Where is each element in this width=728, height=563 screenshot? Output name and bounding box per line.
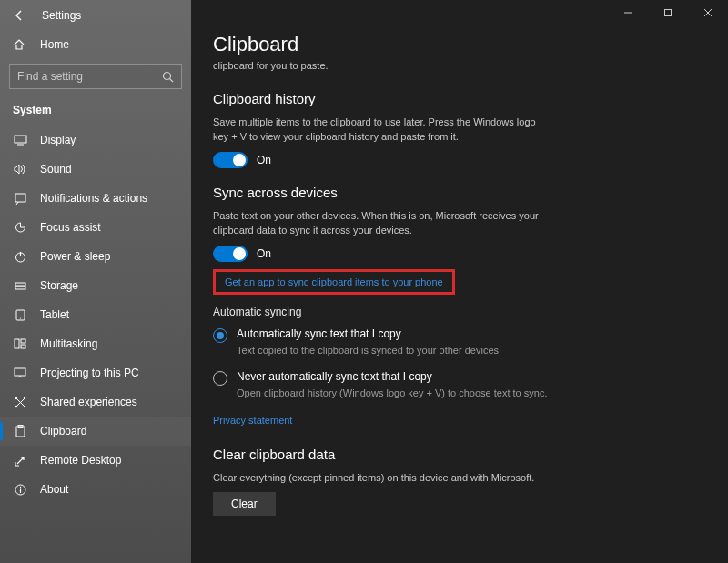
sidebar-item-display[interactable]: Display (0, 126, 191, 155)
privacy-statement-link[interactable]: Privacy statement (213, 415, 292, 426)
search-input[interactable] (17, 70, 162, 83)
home-nav[interactable]: Home (0, 31, 191, 58)
sidebar-item-remote-desktop[interactable]: Remote Desktop (0, 446, 191, 475)
sidebar-item-power[interactable]: Power & sleep (0, 242, 191, 271)
sync-heading: Sync across devices (213, 185, 703, 200)
nav-label: Power & sleep (40, 250, 110, 263)
clipboard-history-desc: Save multiple items to the clipboard to … (213, 116, 541, 145)
svg-rect-27 (665, 10, 672, 16)
main-panel: Clipboard clipboard for you to paste. Cl… (191, 0, 728, 563)
sound-icon (13, 164, 27, 175)
clipboard-history-toggle-row: On (213, 152, 703, 168)
settings-sidebar: Settings Home System Display Sound Notif… (0, 0, 191, 563)
radio-label: Never automatically sync text that I cop… (237, 370, 547, 383)
svg-point-0 (164, 72, 171, 79)
remote-desktop-icon (13, 455, 27, 467)
sync-radio-group: Automatically sync text that I copy Text… (213, 327, 559, 401)
svg-rect-7 (15, 283, 25, 286)
highlight-box: Get an app to sync clipboard items to yo… (213, 269, 455, 295)
sidebar-item-multitasking[interactable]: Multitasking (0, 329, 191, 358)
clipboard-icon (13, 425, 27, 437)
automatic-syncing-label: Automatic syncing (213, 306, 703, 318)
back-button[interactable] (13, 9, 25, 22)
app-title: Settings (42, 9, 81, 22)
focus-assist-icon (13, 222, 27, 234)
nav-label: Remote Desktop (40, 454, 121, 467)
sync-toggle[interactable] (213, 246, 248, 262)
sidebar-item-sound[interactable]: Sound (0, 155, 191, 184)
close-button[interactable] (688, 0, 728, 25)
svg-point-20 (23, 405, 25, 407)
sidebar-item-storage[interactable]: Storage (0, 271, 191, 300)
window-controls (608, 0, 728, 25)
sync-desc: Paste text on your other devices. When t… (213, 209, 541, 238)
clipboard-history-state: On (257, 154, 271, 166)
nav-label: Focus assist (40, 221, 101, 234)
projecting-icon (13, 367, 27, 378)
notifications-icon (13, 193, 27, 205)
clear-heading: Clear clipboard data (213, 447, 703, 462)
nav-label: Notifications & actions (40, 192, 147, 205)
page-subtitle: clipboard for you to paste. (213, 60, 703, 71)
svg-point-25 (19, 486, 20, 487)
sidebar-item-clipboard[interactable]: Clipboard (0, 417, 191, 446)
home-icon (13, 38, 27, 51)
maximize-button[interactable] (648, 0, 688, 25)
svg-point-18 (23, 397, 25, 398)
radio-indicator (213, 328, 228, 343)
svg-point-10 (19, 317, 20, 318)
nav-label: Clipboard (40, 425, 86, 437)
sidebar-item-focus-assist[interactable]: Focus assist (0, 213, 191, 242)
settings-search[interactable] (9, 64, 182, 89)
sidebar-item-projecting[interactable]: Projecting to this PC (0, 358, 191, 387)
sync-state: On (257, 247, 271, 260)
svg-rect-13 (21, 345, 25, 348)
tablet-icon (13, 309, 27, 321)
svg-rect-11 (15, 339, 19, 348)
get-app-link[interactable]: Get an app to sync clipboard items to yo… (225, 276, 443, 287)
svg-point-17 (15, 397, 16, 398)
svg-rect-2 (15, 136, 26, 143)
sidebar-item-notifications[interactable]: Notifications & actions (0, 184, 191, 213)
section-label: System (0, 98, 191, 126)
about-icon (13, 484, 27, 496)
svg-point-19 (15, 405, 16, 407)
shared-experiences-icon (13, 397, 27, 408)
svg-line-1 (170, 78, 174, 82)
titlebar: Settings (0, 5, 191, 31)
display-icon (13, 135, 27, 146)
radio-sublabel: Open clipboard history (Windows logo key… (237, 387, 547, 400)
radio-never-sync[interactable]: Never automatically sync text that I cop… (213, 370, 559, 400)
svg-rect-8 (15, 287, 25, 289)
search-icon (162, 71, 174, 83)
nav-label: Shared experiences (40, 396, 137, 408)
power-icon (13, 251, 27, 263)
nav-label: Tablet (40, 308, 69, 321)
radio-auto-sync[interactable]: Automatically sync text that I copy Text… (213, 327, 559, 357)
minimize-button[interactable] (608, 0, 648, 25)
sync-toggle-row: On (213, 246, 703, 262)
nav-label: Display (40, 134, 76, 146)
nav-label: Storage (40, 279, 78, 292)
radio-label: Automatically sync text that I copy (237, 327, 501, 340)
page-title: Clipboard (213, 33, 703, 56)
radio-sublabel: Text copied to the clipboard is synced t… (237, 344, 501, 357)
sidebar-item-shared-experiences[interactable]: Shared experiences (0, 387, 191, 417)
radio-indicator (213, 371, 228, 386)
nav-label: Sound (40, 163, 72, 176)
multitasking-icon (13, 338, 27, 349)
svg-rect-14 (15, 368, 25, 376)
nav-label: About (40, 483, 68, 496)
clipboard-history-heading: Clipboard history (213, 91, 703, 106)
home-label: Home (40, 38, 69, 51)
sidebar-item-about[interactable]: About (0, 475, 191, 504)
nav-label: Projecting to this PC (40, 367, 139, 379)
clear-button[interactable]: Clear (213, 492, 276, 516)
nav-label: Multitasking (40, 337, 97, 350)
clipboard-history-toggle[interactable] (213, 152, 248, 168)
sidebar-item-tablet[interactable]: Tablet (0, 300, 191, 329)
svg-rect-4 (15, 194, 25, 202)
storage-icon (13, 280, 27, 292)
sidebar-nav: Display Sound Notifications & actions Fo… (0, 126, 191, 504)
svg-rect-12 (21, 339, 25, 343)
